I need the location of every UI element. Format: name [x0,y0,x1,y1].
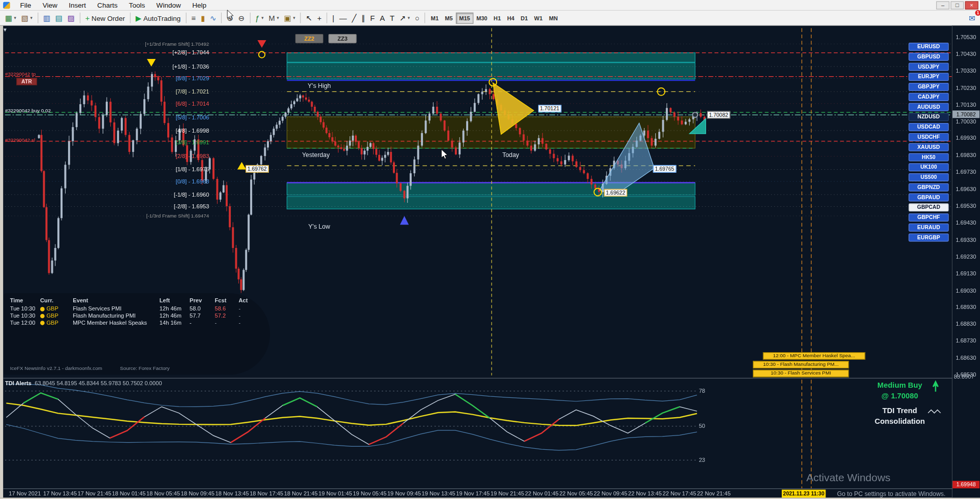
symbol-button-eurgbp[interactable]: EURGBP [908,234,948,242]
symbol-button-gbpaud[interactable]: GBPAUD [908,193,948,201]
price-scale-value: 1.68830 [956,321,976,327]
restore-button[interactable]: □ [951,1,964,9]
templates-button[interactable]: ▣▾ [282,12,298,24]
time-axis-tick-label: 17 Nov 2021 [9,490,41,496]
fibonacci-button[interactable]: F [368,12,377,24]
symbol-button-usdcad[interactable]: USDCAD [908,123,948,131]
time-axis-tick-label: 18 Nov 21:45 [284,490,318,496]
trendline-button[interactable]: ╱ [349,12,359,24]
symbol-button-gbpnzd[interactable]: GBPNZD [908,183,948,192]
timeframe-m15[interactable]: M15 [456,12,473,23]
symbol-button-audusd[interactable]: AUDUSD [908,103,948,111]
symbol-button-gbpcad[interactable]: GBPCAD [908,203,948,211]
shapes-button[interactable]: ○ [412,12,422,24]
menu-insert[interactable]: Insert [63,0,91,10]
autotrading-button[interactable]: ▶AutoTrading [133,12,183,24]
market-watch-button[interactable]: ▥ [41,12,53,24]
murrey-level-label: [3/8] - 1.6991 [63,139,209,145]
new-chart-button[interactable]: ▦▾ [3,12,19,24]
cursor-button[interactable]: ↖ [303,12,315,24]
timeframe-w1[interactable]: W1 [531,12,546,23]
symbol-button-gbpjpy[interactable]: GBPJPY [908,83,948,91]
symbol-button-xauusd[interactable]: XAUUSD [908,143,948,151]
chart-line-button[interactable]: ∿ [207,12,219,24]
symbol-button-us500[interactable]: US500 [908,173,948,181]
price-scale-value: 1.70030 [956,118,976,124]
indicators-button[interactable]: ƒ▾ [253,12,266,24]
timeframe-m5[interactable]: M5 [442,12,456,23]
tdi-level-label: 78 [699,388,705,394]
timeframe-h4[interactable]: H4 [504,12,518,23]
templates-dropdown-icon: ▾ [293,15,295,20]
channel-button[interactable]: ∥ [359,12,368,24]
symbol-button-eurjpy[interactable]: EURJPY [908,73,948,81]
time-axis-tick-label: 19 Nov 09:45 [387,490,421,496]
order-tp-label: #32290042 tp [5,72,36,77]
symbol-button-euraud[interactable]: EURAUD [908,224,948,232]
tdi-title: TDI Alerts [5,381,32,387]
symbol-button-hk50[interactable]: HK50 [908,153,948,161]
menu-file[interactable]: File [14,0,37,10]
symbol-button-gbpusd[interactable]: GBPUSD [908,53,948,61]
price-scale-value: 1.69130 [956,270,976,276]
symbol-button-uk100[interactable]: UK100 [908,163,948,171]
data-window-button[interactable]: ▤ [53,12,65,24]
menu-help[interactable]: Help [187,0,212,10]
alerts-button[interactable]: ✉1 [966,12,977,24]
timeframe-m30[interactable]: M30 [473,12,491,23]
timeframe-m1[interactable]: M1 [427,12,442,23]
chart-area[interactable] [0,26,980,498]
symbol-button-cadjpy[interactable]: CADJPY [908,93,948,101]
zoom-in-button[interactable]: ⊕ [225,12,236,24]
market-watch-icon: ▥ [43,14,50,22]
minimize-button[interactable]: – [936,1,950,9]
time-axis-tick-label: 22 Nov 09:45 [594,490,627,496]
zz2-button[interactable]: ZZ2 [295,34,324,44]
chart-candles-button[interactable]: ▮ [198,12,207,24]
news-cell-actual: - [238,313,256,319]
timeframe-mn[interactable]: MN [546,12,561,23]
window-controls: – □ × [936,1,980,9]
menu-tools[interactable]: Tools [124,0,151,10]
pane-divider[interactable] [3,378,953,379]
periods-icon: M [268,14,274,22]
close-button[interactable]: × [965,1,978,9]
news-column-header: Curr. [40,298,73,305]
news-cell-left: 12h 46m [160,306,190,312]
profiles-button[interactable]: ▧▾ [19,12,35,24]
text-button[interactable]: A [377,12,387,24]
time-axis-tick-label: 19 Nov 17:45 [456,490,489,496]
time-axis-tick-label: 19 Nov 13:45 [422,490,455,496]
price-scale-value: 1.69330 [956,236,976,242]
menu-window[interactable]: Window [150,0,187,10]
chart-bars-button[interactable]: ≡ [189,12,198,24]
arrows-button[interactable]: ↗▾ [397,12,412,24]
timeframe-h1[interactable]: H1 [491,12,504,23]
templates-icon: ▣ [284,14,291,22]
symbol-button-gbpchf[interactable]: GBPCHF [908,213,948,222]
menu-view[interactable]: View [37,0,63,10]
new-order-label: New Order [91,14,125,22]
periods-button[interactable]: M▾ [266,12,281,24]
time-axis-tick-label: 22 Nov 05:45 [559,490,593,496]
zoom-out-button[interactable]: ⊖ [236,12,247,24]
signal-direction: Medium Buy [862,381,938,390]
symbol-button-usdjpy[interactable]: USDJPY [908,63,948,71]
navigator-button[interactable]: ▨ [65,12,77,24]
crosshair-button[interactable]: + [315,12,324,24]
timeframe-d1[interactable]: D1 [517,12,531,23]
label-button[interactable]: T [387,12,397,24]
symbol-button-usdchf[interactable]: USDCHF [908,133,948,141]
murrey-level-label: [-2/8] - 1.6953 [63,203,209,209]
price-scale[interactable]: 1.705301.704301.703301.702301.701301.700… [952,26,980,498]
time-axis-tick-label: 18 Nov 01:45 [112,490,145,496]
toolbar-separator [250,13,250,23]
menu-charts[interactable]: Charts [91,0,123,10]
symbol-button-eurusd[interactable]: EURUSD [908,43,948,51]
symbol-button-nzdusd[interactable]: NZDUSD [908,113,948,121]
zz3-button[interactable]: ZZ3 [328,34,357,44]
horizontal-line-button[interactable]: — [337,12,350,24]
new-order-button[interactable]: +New Order [83,12,128,24]
toolbar-separator [327,13,327,23]
vertical-line-button[interactable]: | [330,12,337,24]
